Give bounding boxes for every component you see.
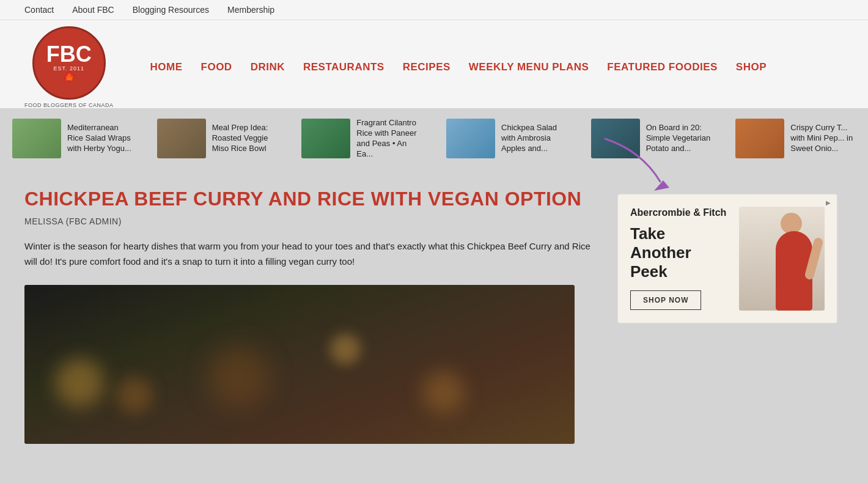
carousel-title-3: Fragrant Cilantro Rice with Paneer and P… — [356, 118, 422, 160]
carousel-image-6 — [735, 119, 784, 158]
contact-link[interactable]: Contact — [24, 5, 54, 15]
recipes-nav[interactable]: RECIPES — [403, 61, 451, 73]
bokeh-3 — [208, 346, 269, 407]
logo-circle: FBC EST. 2011 🍁 — [32, 26, 106, 100]
carousel-image-2 — [157, 119, 206, 158]
featured-foodies-nav[interactable]: FEATURED FOODIES — [607, 61, 718, 73]
membership-link[interactable]: Membership — [227, 5, 274, 15]
svg-marker-0 — [654, 180, 669, 191]
carousel-image-5 — [591, 119, 640, 158]
bokeh-5 — [422, 371, 465, 413]
article-hero-image — [24, 285, 575, 444]
carousel-title-2: Meal Prep Idea: Roasted Veggie Miso Rice… — [212, 123, 278, 154]
restaurants-nav[interactable]: RESTAURANTS — [303, 61, 384, 73]
carousel-item-3[interactable]: Fragrant Cilantro Rice with Paneer and P… — [289, 114, 434, 163]
carousel-thumb-3 — [301, 119, 350, 158]
bokeh-2 — [116, 377, 153, 413]
about-fbc-link[interactable]: About FBC — [72, 5, 114, 15]
carousel-image-4 — [446, 119, 495, 158]
ad-shop-button[interactable]: SHOP NOW — [630, 290, 701, 310]
carousel-image-3 — [301, 119, 350, 158]
ad-model-image — [739, 207, 825, 311]
bokeh-1 — [55, 358, 104, 407]
logo-maple-icon: 🍁 — [62, 72, 76, 83]
main-navigation: HOME FOOD DRINK RESTAURANTS RECIPES WEEK… — [150, 61, 767, 73]
content-area: CHICKPEA BEEF CURRY AND RICE WITH VEGAN … — [0, 169, 868, 462]
food-nav[interactable]: FOOD — [201, 61, 232, 73]
article-author: MELISSA (FBC ADMIN) — [24, 216, 599, 226]
logo[interactable]: FBC EST. 2011 🍁 FOOD BLOGGERS OF CANADA — [24, 26, 114, 108]
carousel-item-4[interactable]: Chickpea Salad with Ambrosia Apples and.… — [434, 115, 579, 162]
post-carousel: Mediterranean Rice Salad Wraps with Herb… — [0, 108, 868, 169]
top-navigation: Contact About FBC Blogging Resources Mem… — [0, 0, 868, 20]
carousel-thumb-5 — [591, 119, 640, 158]
ad-text-block: Abercrombie & Fitch Take Another Peek SH… — [630, 207, 730, 310]
shop-nav[interactable]: SHOP — [736, 61, 767, 73]
carousel-item-1[interactable]: Mediterranean Rice Salad Wraps with Herb… — [0, 115, 145, 162]
logo-tagline-text: FOOD BLOGGERS OF CANADA — [24, 102, 114, 108]
carousel-thumb-2 — [157, 119, 206, 158]
advertisement-box: ▶ Abercrombie & Fitch Take Another Peek … — [617, 194, 837, 323]
article-main: CHICKPEA BEEF CURRY AND RICE WITH VEGAN … — [24, 188, 599, 444]
weekly-menu-nav[interactable]: WEEKLY MENU PLANS — [469, 61, 589, 73]
home-nav[interactable]: HOME — [150, 61, 183, 73]
bokeh-4 — [330, 334, 361, 364]
main-header: FBC EST. 2011 🍁 FOOD BLOGGERS OF CANADA … — [0, 20, 868, 108]
carousel-title-1: Mediterranean Rice Salad Wraps with Herb… — [67, 123, 133, 154]
carousel-item-2[interactable]: Meal Prep Idea: Roasted Veggie Miso Rice… — [145, 115, 290, 162]
carousel-item-5[interactable]: On Board in 20: Simple Vegetarian Potato… — [579, 115, 724, 162]
sidebar: ▶ Abercrombie & Fitch Take Another Peek … — [617, 188, 844, 444]
ad-tagline-text: Take Another Peek — [630, 224, 730, 282]
carousel-title-5: On Board in 20: Simple Vegetarian Potato… — [646, 123, 712, 154]
blogging-resources-link[interactable]: Blogging Resources — [133, 5, 209, 15]
carousel-item-6[interactable]: Crispy Curry T... with Mini Pep... in Sw… — [723, 115, 868, 162]
drink-nav[interactable]: DRINK — [251, 61, 285, 73]
carousel-title-4: Chickpea Salad with Ambrosia Apples and.… — [501, 123, 567, 154]
carousel-title-6: Crispy Curry T... with Mini Pep... in Sw… — [790, 123, 856, 154]
logo-fbc-text: FBC — [46, 43, 92, 65]
article-intro: Winter is the season for hearty dishes t… — [24, 238, 599, 270]
carousel-image-1 — [12, 119, 61, 158]
carousel-thumb-1 — [12, 119, 61, 158]
ad-content: Abercrombie & Fitch Take Another Peek SH… — [630, 207, 825, 311]
carousel-thumb-6 — [735, 119, 784, 158]
article-title: CHICKPEA BEEF CURRY AND RICE WITH VEGAN … — [24, 188, 599, 210]
ad-indicator-icon: ▶ — [826, 199, 831, 206]
ad-brand-name: Abercrombie & Fitch — [630, 207, 730, 219]
model-figure — [770, 213, 818, 311]
carousel-thumb-4 — [446, 119, 495, 158]
